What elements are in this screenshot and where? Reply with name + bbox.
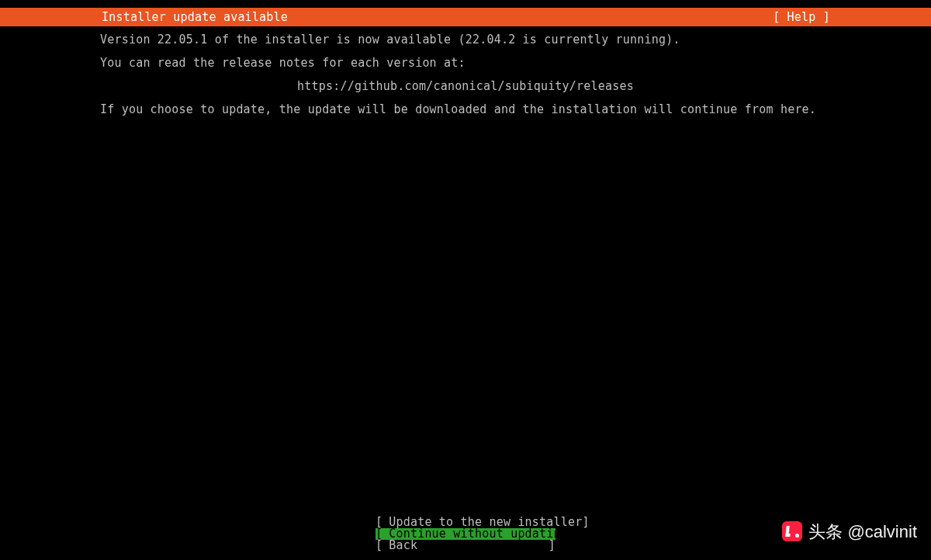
help-button[interactable]: [ Help ] [773,12,931,23]
bracket-right-icon: ] [568,528,575,540]
release-notes-url: https://github.com/canonical/subiquity/r… [100,81,831,92]
bracket-right-icon: ] [549,540,555,551]
page-title: Installer update available [0,12,288,23]
back-button-label: Back [382,540,417,551]
watermark-text: 头条 @calvinit [808,526,917,538]
update-info-text: If you choose to update, the update will… [100,104,831,116]
back-button[interactable]: [ Back ] [376,540,555,551]
watermark: 头条 @calvinit [782,521,917,541]
release-notes-intro: You can read the release notes for each … [100,57,831,69]
header-bar: Installer update available [ Help ] [0,8,931,26]
bracket-right-icon: ] [582,517,589,528]
bracket-left-icon: [ [376,540,382,551]
content-area: Version 22.05.1 of the installer is now … [100,34,831,127]
watermark-logo-icon [782,521,802,541]
version-info-text: Version 22.05.1 of the installer is now … [100,34,831,46]
